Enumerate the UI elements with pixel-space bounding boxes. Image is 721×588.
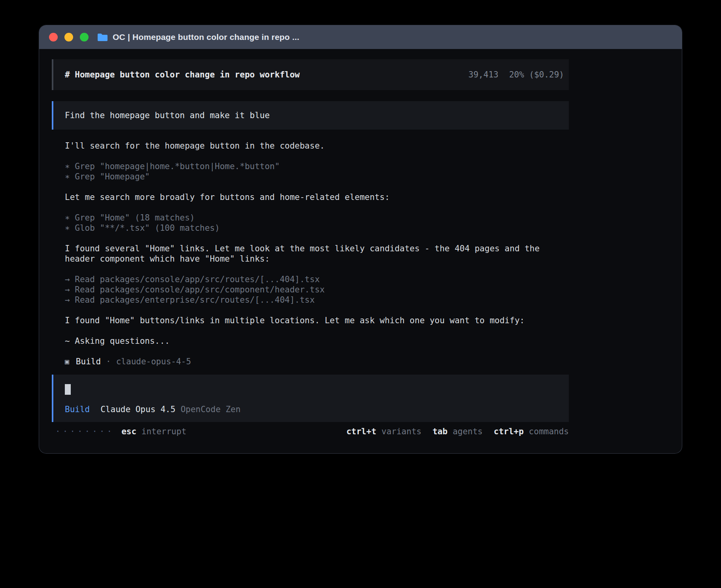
tool-call-line: ∗ Grep "Home" (18 matches): [65, 213, 569, 223]
assistant-text: ~ Asking questions...: [65, 336, 569, 346]
shortcut-key: ctrl+t: [346, 427, 376, 436]
user-message: Find the homepage button and make it blu…: [52, 101, 569, 130]
minimize-button[interactable]: [64, 33, 73, 41]
agent-icon: ▣: [65, 356, 69, 367]
interrupt-hint: esc interrupt: [121, 427, 186, 436]
shortcut-key: tab: [432, 427, 447, 436]
folder-icon: [97, 33, 108, 41]
tool-calls: → Read packages/console/app/src/routes/[…: [65, 274, 569, 305]
traffic-lights: [45, 33, 89, 41]
tool-call-line: ∗ Glob "**/*.tsx" (100 matches): [65, 223, 569, 233]
agent-name: Build: [76, 356, 101, 367]
esc-key: esc: [121, 427, 136, 436]
prompt-input[interactable]: BuildClaude Opus 4.5OpenCode Zen: [52, 375, 569, 422]
conversation: I'll search for the homepage button in t…: [65, 141, 569, 367]
agent-mode-label: Build: [65, 405, 90, 414]
assistant-text: Let me search more broadly for buttons a…: [65, 192, 569, 202]
token-count: 39,413: [468, 70, 498, 79]
shortcut-hint: tabagents: [432, 427, 483, 436]
session-stats: 39,41320% ($0.29): [468, 70, 564, 79]
shortcut-label: commands: [529, 427, 569, 436]
provider-label: OpenCode Zen: [181, 405, 241, 414]
tool-call-line: → Read packages/console/app/src/componen…: [65, 285, 569, 295]
progress-dots: ········: [55, 427, 114, 436]
session-title: # Homepage button color change in repo w…: [65, 70, 300, 79]
tool-call-line: → Read packages/console/app/src/routes/[…: [65, 274, 569, 285]
window-title: OC | Homepage button color change in rep…: [113, 32, 299, 42]
status-left: ········ esc interrupt: [55, 427, 187, 436]
assistant-text: I'll search for the homepage button in t…: [65, 141, 569, 151]
terminal-content: # Homepage button color change in repo w…: [39, 49, 682, 436]
model-label: Claude Opus 4.5: [100, 405, 176, 414]
assistant-text: I found several "Home" links. Let me loo…: [65, 243, 569, 264]
agent-status-line: ▣Build·claude-opus-4-5: [65, 356, 569, 367]
window-titlebar[interactable]: OC | Homepage button color change in rep…: [39, 25, 682, 49]
tool-calls: ∗ Grep "Home" (18 matches)∗ Glob "**/*.t…: [65, 213, 569, 233]
shortcut-label: agents: [453, 427, 483, 436]
tool-call-line: ∗ Grep "Homepage": [65, 172, 569, 182]
shortcut-label: variants: [381, 427, 421, 436]
shortcut-hint: ctrl+tvariants: [346, 427, 421, 436]
session-header: # Homepage button color change in repo w…: [52, 59, 569, 90]
input-meta: BuildClaude Opus 4.5OpenCode Zen: [65, 405, 557, 414]
shortcut-hint: ctrl+pcommands: [494, 427, 569, 436]
user-message-text: Find the homepage button and make it blu…: [65, 111, 270, 120]
status-bar: ········ esc interrupt ctrl+tvariantstab…: [52, 427, 569, 436]
tool-call-line: → Read packages/enterprise/src/routes/[.…: [65, 295, 569, 305]
separator: ·: [106, 356, 111, 367]
text-cursor: [65, 384, 71, 395]
zoom-button[interactable]: [80, 33, 89, 41]
shortcut-key: ctrl+p: [494, 427, 524, 436]
tool-calls: ∗ Grep "homepage|home.*button|Home.*butt…: [65, 161, 569, 182]
terminal-window: OC | Homepage button color change in rep…: [39, 25, 682, 453]
close-button[interactable]: [49, 33, 58, 41]
context-usage: 20% ($0.29): [509, 70, 564, 79]
shortcut-hints: ctrl+tvariantstabagentsctrl+pcommands: [346, 427, 569, 436]
agent-model: claude-opus-4-5: [116, 356, 191, 367]
esc-label: interrupt: [142, 427, 187, 436]
tool-call-line: ∗ Grep "homepage|home.*button|Home.*butt…: [65, 161, 569, 172]
assistant-text: I found "Home" buttons/links in multiple…: [65, 315, 569, 326]
